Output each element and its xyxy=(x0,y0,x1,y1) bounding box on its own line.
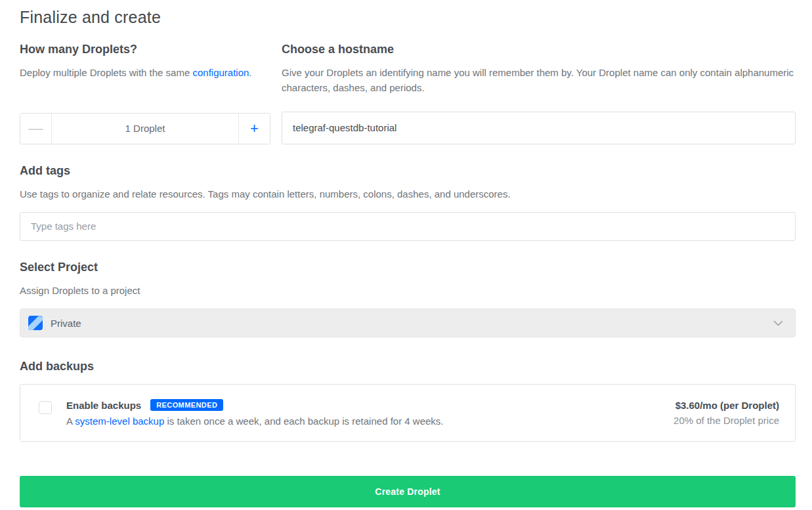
configuration-link[interactable]: configuration xyxy=(192,67,249,78)
droplet-count-description-text: Deploy multiple Droplets with the same xyxy=(20,67,192,78)
backups-section: Add backups Enable backups RECOMMENDED A… xyxy=(20,360,796,442)
tags-description: Use tags to organize and relate resource… xyxy=(20,186,796,202)
project-selected-value: Private xyxy=(51,318,773,329)
hostname-input[interactable] xyxy=(282,112,796,144)
backups-heading: Add backups xyxy=(20,360,796,373)
hostname-control-slot xyxy=(282,96,796,144)
backups-card-main: Enable backups RECOMMENDED A system-leve… xyxy=(66,399,673,427)
droplet-count-control-slot: — 1 Droplet + xyxy=(20,97,270,144)
backups-price-note: 20% of the Droplet price xyxy=(673,415,779,426)
decrement-droplets-button[interactable]: — xyxy=(20,114,52,144)
backups-description: A system-level backup is taken once a we… xyxy=(66,415,673,427)
droplet-count-description-suffix: . xyxy=(249,67,251,78)
tags-input[interactable] xyxy=(20,212,796,241)
project-icon-stripe xyxy=(28,316,43,330)
tags-heading: Add tags xyxy=(20,164,796,178)
finalize-and-create-page: Finalize and create How many Droplets? D… xyxy=(0,0,812,510)
droplet-count-stepper: — 1 Droplet + xyxy=(20,113,270,144)
system-level-backup-link[interactable]: system-level backup xyxy=(75,415,164,427)
project-description: Assign Droplets to a project xyxy=(20,283,796,298)
backups-title-row: Enable backups RECOMMENDED xyxy=(66,399,673,411)
top-row: How many Droplets? Deploy multiple Dropl… xyxy=(20,43,796,144)
create-droplet-button[interactable]: Create Droplet xyxy=(20,476,796,507)
droplet-count-heading: How many Droplets? xyxy=(20,43,270,56)
hostname-description: Give your Droplets an identifying name y… xyxy=(282,65,796,96)
tags-section: Add tags Use tags to organize and relate… xyxy=(20,164,796,241)
project-heading: Select Project xyxy=(20,261,796,274)
backups-pricing: $3.60/mo (per Droplet) 20% of the Drople… xyxy=(673,399,779,426)
backups-description-prefix: A xyxy=(66,415,75,427)
droplet-count-section: How many Droplets? Deploy multiple Dropl… xyxy=(20,43,270,144)
increment-droplets-button[interactable]: + xyxy=(238,114,270,144)
backups-price: $3.60/mo (per Droplet) xyxy=(673,400,779,411)
hostname-heading: Choose a hostname xyxy=(282,43,796,56)
recommended-badge: RECOMMENDED xyxy=(150,399,223,411)
project-select-dropdown[interactable]: Private xyxy=(20,308,796,337)
hostname-section: Choose a hostname Give your Droplets an … xyxy=(282,43,796,144)
backups-card: Enable backups RECOMMENDED A system-leve… xyxy=(20,384,796,442)
droplet-count-description: Deploy multiple Droplets with the same c… xyxy=(20,65,270,80)
droplet-count-value: 1 Droplet xyxy=(52,114,238,144)
project-section: Select Project Assign Droplets to a proj… xyxy=(20,261,796,337)
enable-backups-label[interactable]: Enable backups xyxy=(66,400,141,411)
enable-backups-checkbox[interactable] xyxy=(39,401,52,414)
backups-description-suffix: is taken once a week, and each backup is… xyxy=(164,415,443,427)
project-icon xyxy=(28,316,43,330)
page-title: Finalize and create xyxy=(20,8,796,27)
chevron-down-icon xyxy=(773,320,783,326)
